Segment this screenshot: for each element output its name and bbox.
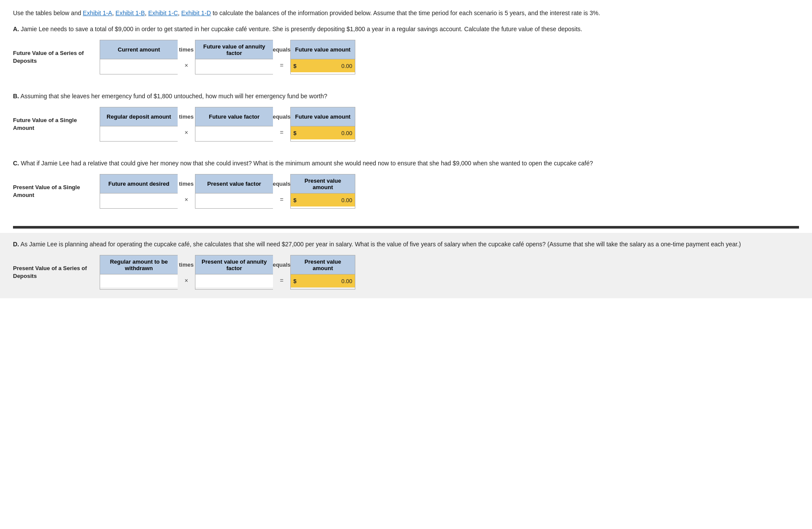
section-c-letter: C. <box>13 160 19 167</box>
section-c-equals-label: equals <box>273 174 290 193</box>
section-d-equals-label: equals <box>273 255 290 274</box>
section-c-col1-header: Future amount desired <box>100 174 178 194</box>
section-c-col3-value-wrap: $ 0.00 <box>291 194 355 206</box>
section-c-col1-input-wrap <box>100 194 178 206</box>
section-b-col2-header: Future value factor <box>195 107 273 126</box>
section-b-result-value: 0.00 <box>341 130 352 136</box>
section-d-equals-op: equals = <box>273 255 290 290</box>
section-a-label: A. Jamie Lee needs to save a total of $9… <box>13 25 799 34</box>
section-a-col2-input-wrap <box>195 59 273 72</box>
section-a-table: Future Value of a Series of Deposits Cur… <box>13 40 799 74</box>
section-b-col1-input-wrap <box>100 126 178 139</box>
section-b-label: B. Assuming that she leaves her emergenc… <box>13 92 799 101</box>
section-c-equals-op: equals = <box>273 174 290 209</box>
section-c-col2: Present value factor <box>195 174 273 209</box>
section-a-col1: Current amount <box>100 40 178 74</box>
section-b-letter: B. <box>13 93 19 100</box>
section-a-times-symbol: × <box>185 59 188 72</box>
section-b-col2-input[interactable] <box>198 130 270 136</box>
section-a-equals-symbol: = <box>280 59 283 72</box>
section-a-row-label: Future Value of a Series of Deposits <box>13 40 100 74</box>
exhibit-1b-link[interactable]: Exhibit 1-B <box>116 10 145 16</box>
exhibit-1a-link[interactable]: Exhibit 1-A <box>83 10 112 16</box>
section-c-col2-header: Present value factor <box>195 174 273 194</box>
section-a: A. Jamie Lee needs to save a total of $9… <box>13 25 799 74</box>
section-a-dollar-sign: $ <box>293 63 298 69</box>
section-d-col2-header: Present value of annuity factor <box>195 255 273 274</box>
section-a-col3-value-wrap: $ 0.00 <box>291 59 355 72</box>
section-a-col1-input[interactable] <box>103 63 175 69</box>
section-a-col3: Future value amount $ 0.00 <box>290 40 355 74</box>
section-d-equals-symbol: = <box>280 274 283 287</box>
section-a-col2-header: Future value of annuity factor <box>195 40 273 59</box>
intro-text-before: Use the tables below and <box>13 10 83 16</box>
section-d-dollar-sign: $ <box>293 278 298 284</box>
intro-paragraph: Use the tables below and Exhibit 1-A, Ex… <box>13 9 799 18</box>
section-c-dollar-sign: $ <box>293 197 298 203</box>
exhibit-1c-link[interactable]: Exhibit 1-C <box>148 10 178 16</box>
section-c-description: What if Jamie Lee had a relative that co… <box>21 160 593 167</box>
section-b-dollar-sign: $ <box>293 130 298 136</box>
section-a-result-value: 0.00 <box>341 63 352 69</box>
section-d-label: D. As Jamie Lee is planning ahead for op… <box>13 240 799 249</box>
section-b-col1: Regular deposit amount <box>100 107 178 142</box>
section-d-col3: Present value amount $ 0.00 <box>290 255 355 290</box>
section-a-letter: A. <box>13 26 19 32</box>
section-c-result-value: 0.00 <box>341 197 352 203</box>
section-b-times-label: times <box>179 107 194 126</box>
section-b-equals-symbol: = <box>280 126 283 139</box>
section-a-description: Jamie Lee needs to save a total of $9,00… <box>21 26 582 32</box>
exhibit-1d-link[interactable]: Exhibit 1-D <box>181 10 211 16</box>
section-d-col3-header: Present value amount <box>291 255 355 274</box>
section-a-col2: Future value of annuity factor <box>195 40 273 74</box>
section-a-times-label: times <box>179 40 194 59</box>
section-a-col3-header: Future value amount <box>291 40 355 59</box>
section-d-col1-input[interactable] <box>103 278 175 284</box>
section-d-col1: Regular amount to be withdrawn <box>100 255 178 290</box>
section-c-col1-input[interactable] <box>103 197 175 203</box>
section-d-col2: Present value of annuity factor <box>195 255 273 290</box>
section-c: C. What if Jamie Lee had a relative that… <box>13 159 799 209</box>
section-d-times-op: times × <box>178 255 195 290</box>
section-c-col2-input-wrap <box>195 194 273 206</box>
section-b-col1-header: Regular deposit amount <box>100 107 178 126</box>
section-a-equals-label: equals <box>273 40 290 59</box>
section-b: B. Assuming that she leaves her emergenc… <box>13 92 799 142</box>
section-d-col2-input-wrap <box>195 274 273 287</box>
section-d-description: As Jamie Lee is planning ahead for opera… <box>20 241 741 248</box>
section-c-times-symbol: × <box>185 193 188 206</box>
section-d: D. As Jamie Lee is planning ahead for op… <box>0 233 812 298</box>
section-a-col1-header: Current amount <box>100 40 178 59</box>
section-a-times-op: times × <box>178 40 195 74</box>
section-b-equals-label: equals <box>273 107 290 126</box>
section-c-col3-header: Present value amount <box>291 174 355 194</box>
section-b-col3: Future value amount $ 0.00 <box>290 107 355 142</box>
section-b-col3-value-wrap: $ 0.00 <box>291 126 355 139</box>
section-d-times-label: times <box>179 255 194 274</box>
section-d-letter: D. <box>13 241 19 248</box>
section-a-col2-input[interactable] <box>198 63 270 69</box>
section-c-col1: Future amount desired <box>100 174 178 209</box>
section-d-col1-input-wrap <box>100 274 178 287</box>
section-b-table: Future Value of a Single Amount Regular … <box>13 107 799 142</box>
section-c-table: Present Value of a Single Amount Future … <box>13 174 799 209</box>
section-c-row-label: Present Value of a Single Amount <box>13 174 100 209</box>
section-b-col2-input-wrap <box>195 126 273 139</box>
section-b-description: Assuming that she leaves her emergency f… <box>20 93 327 100</box>
section-c-col2-input[interactable] <box>198 197 270 203</box>
section-d-col1-header: Regular amount to be withdrawn <box>100 255 178 274</box>
intro-text-after: to calculate the balances of the informa… <box>211 10 600 16</box>
section-b-col3-header: Future value amount <box>291 107 355 126</box>
section-b-equals-op: equals = <box>273 107 290 142</box>
section-d-result-value: 0.00 <box>341 278 352 284</box>
section-b-times-op: times × <box>178 107 195 142</box>
section-d-table: Present Value of a Series of Deposits Re… <box>13 255 799 290</box>
section-b-times-symbol: × <box>185 126 188 139</box>
section-d-col2-input[interactable] <box>198 278 270 284</box>
section-c-times-op: times × <box>178 174 195 209</box>
section-c-times-label: times <box>179 174 194 193</box>
section-d-col3-value-wrap: $ 0.00 <box>291 274 355 287</box>
section-divider <box>13 226 799 229</box>
section-c-equals-symbol: = <box>280 193 283 206</box>
section-b-col1-input[interactable] <box>103 130 175 136</box>
